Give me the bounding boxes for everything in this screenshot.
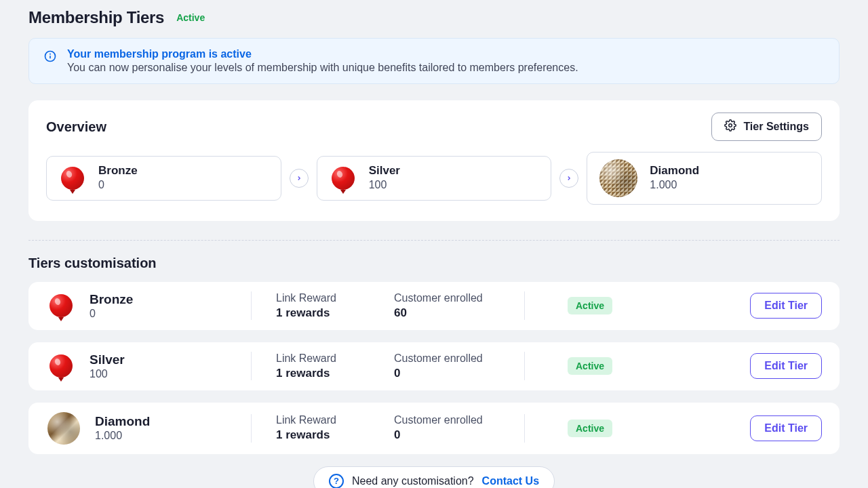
program-status-badge: Active	[176, 12, 205, 23]
page-header: Membership Tiers Active	[28, 8, 840, 27]
tier-name: Diamond	[650, 164, 699, 178]
tier-row-name: Bronze	[90, 292, 133, 308]
info-banner-title: Your membership program is active	[67, 48, 578, 60]
tier-name: Silver	[369, 164, 400, 178]
enrolled-value: 0	[394, 428, 520, 443]
link-reward-value: 1 rewards	[276, 306, 391, 321]
page-title: Membership Tiers	[28, 8, 164, 27]
help-pill: ? Need any customisation? Contact Us	[313, 466, 555, 488]
tier-row-diamond: Diamond 1.000 Link Reward 1 rewards Cust…	[28, 403, 840, 454]
link-reward-label: Link Reward	[276, 291, 391, 306]
contact-us-link[interactable]: Contact Us	[482, 475, 539, 487]
overview-tier-silver[interactable]: Silver 100	[317, 156, 552, 201]
overview-card: Overview Tier Settings Bronze 0	[28, 100, 840, 221]
column-divider	[251, 291, 252, 320]
svg-point-2	[50, 54, 51, 55]
balloon-icon	[47, 352, 75, 380]
tier-threshold: 0	[98, 178, 138, 192]
next-tier-arrow[interactable]	[559, 169, 578, 188]
tier-status-badge: Active	[568, 420, 612, 437]
edit-tier-button[interactable]: Edit Tier	[750, 293, 822, 319]
enrolled-value: 60	[394, 306, 520, 321]
tier-image-icon	[47, 412, 80, 445]
section-divider	[28, 240, 840, 241]
next-tier-arrow[interactable]	[290, 169, 309, 188]
balloon-icon	[330, 165, 357, 192]
tier-row-silver: Silver 100 Link Reward 1 rewards Custome…	[28, 342, 840, 390]
tier-image-icon	[599, 159, 637, 197]
tier-settings-label: Tier Settings	[743, 121, 809, 133]
overview-tier-bronze[interactable]: Bronze 0	[46, 156, 281, 201]
column-divider	[524, 414, 525, 443]
info-banner-body: You can now personalise your levels of m…	[67, 62, 578, 74]
enrolled-label: Customer enrolled	[394, 291, 520, 306]
tier-threshold: 1.000	[650, 178, 699, 192]
customisation-title: Tiers customisation	[28, 256, 840, 271]
link-reward-label: Link Reward	[276, 413, 391, 428]
overview-tier-diamond[interactable]: Diamond 1.000	[587, 152, 822, 205]
column-divider	[524, 352, 525, 380]
gear-icon	[724, 119, 736, 134]
overview-title: Overview	[46, 119, 106, 135]
tier-settings-button[interactable]: Tier Settings	[711, 113, 822, 141]
enrolled-label: Customer enrolled	[394, 413, 520, 428]
enrolled-label: Customer enrolled	[394, 352, 520, 366]
edit-tier-button[interactable]: Edit Tier	[750, 353, 822, 379]
info-banner: Your membership program is active You ca…	[28, 38, 840, 84]
link-reward-label: Link Reward	[276, 352, 391, 366]
tier-row-threshold: 1.000	[95, 430, 150, 442]
link-reward-value: 1 rewards	[276, 428, 391, 443]
balloon-icon	[47, 292, 75, 319]
tier-name: Bronze	[98, 164, 138, 178]
help-text: Need any customisation?	[352, 475, 474, 487]
enrolled-value: 0	[394, 366, 520, 381]
tier-threshold: 100	[369, 178, 400, 192]
help-icon: ?	[329, 474, 344, 488]
info-icon	[43, 49, 58, 64]
tier-row-threshold: 0	[90, 308, 133, 320]
svg-point-3	[729, 124, 732, 127]
balloon-icon	[59, 165, 86, 192]
edit-tier-button[interactable]: Edit Tier	[750, 415, 822, 441]
tier-row-bronze: Bronze 0 Link Reward 1 rewards Customer …	[28, 282, 840, 330]
tier-status-badge: Active	[568, 297, 612, 314]
tier-row-name: Diamond	[95, 414, 150, 430]
column-divider	[251, 414, 252, 443]
tier-status-badge: Active	[568, 357, 612, 375]
link-reward-value: 1 rewards	[276, 366, 391, 381]
tier-row-threshold: 100	[90, 368, 125, 380]
column-divider	[251, 352, 252, 380]
column-divider	[524, 291, 525, 320]
tier-row-name: Silver	[90, 352, 125, 368]
